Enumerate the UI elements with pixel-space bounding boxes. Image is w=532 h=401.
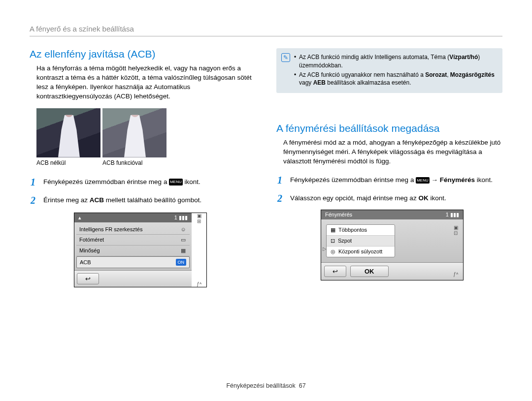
rs2-a: Válasszon egy opciót, majd érintse meg a…	[290, 194, 418, 202]
step1-text-a: Fényképezés üzemmódban érintse meg a	[43, 178, 169, 185]
quality-icon: ▦	[180, 247, 187, 254]
counter: 1	[174, 215, 177, 220]
row-label: Minőség	[79, 247, 100, 253]
step1-text-b: ikont.	[184, 178, 200, 185]
camera-topbar: Fénymérés 1 ▮▮▮	[321, 210, 463, 219]
step2-text-a: Érintse meg az	[43, 196, 90, 204]
right-step-2: 2 Válasszon egy opciót, majd érintse meg…	[276, 191, 502, 206]
note-line-1: Az ACB funkció mindig aktív Intelligens …	[294, 53, 497, 70]
row-label: Fotóméret	[79, 237, 104, 243]
page-header: A fényerő és a színek beállítása	[30, 25, 502, 36]
camera-bottombar: ↩ OK	[321, 262, 463, 280]
camera-ui-acb: ▴ 1 ▮▮▮ Intelligens FR szerkesztés ☺ Fot…	[74, 213, 207, 287]
menu-icon: MENU	[416, 177, 430, 184]
step-number: 2	[31, 193, 39, 208]
battery-icon: ▮▮▮	[179, 215, 188, 220]
multi-icon: ▦	[331, 227, 335, 233]
opt-label: Központi súlyozott	[338, 248, 382, 254]
option-center[interactable]: ◎ Központi súlyozott	[327, 247, 395, 257]
opt-label: Szpot	[338, 238, 352, 244]
metering-description: A fénymérési mód az a mód, ahogyan a fén…	[276, 138, 502, 166]
flash-icon: ƒᴬ	[453, 272, 458, 277]
note-line-2: Az ACB funkció ugyanakkor nem használhat…	[294, 71, 497, 88]
right-step-1: 1 Fényképezés üzemmódban érintse meg a M…	[276, 173, 502, 187]
mode-icon: ▣	[197, 213, 201, 218]
page-footer: Fényképezési beállítások 67	[0, 382, 532, 389]
rs2-b: ikont.	[430, 194, 446, 202]
left-step-1: 1 Fényképezés üzemmódban érintse meg a M…	[30, 175, 256, 189]
row-label: Intelligens FR szerkesztés	[79, 226, 142, 232]
up-arrow-icon: ▴	[78, 215, 81, 221]
left-step-2: 2 Érintse meg az ACB mellett található b…	[30, 193, 256, 208]
size-icon: ▭	[180, 237, 187, 243]
list-item[interactable]: Minőség ▦	[76, 246, 190, 256]
flash-icon: ƒᴬ	[197, 281, 201, 287]
menu-icon: MENU	[169, 179, 183, 185]
back-button[interactable]: ↩	[324, 266, 346, 277]
camera-bottombar: ↩	[74, 270, 192, 287]
spot-icon: ⊡	[331, 238, 335, 244]
right-column: ✎ Az ACB funkció mindig aktív Intelligen…	[276, 48, 502, 287]
ok-label: OK	[418, 194, 428, 202]
info-note: ✎ Az ACB funkció mindig aktív Intelligen…	[276, 48, 502, 93]
rs1-bold: Fénymérés	[440, 176, 475, 184]
section-title-metering: A fénymérési beállítások megadása	[276, 123, 502, 134]
img-icon: ⊞	[197, 218, 201, 224]
step2-text-b: mellett található beállító gombot.	[106, 196, 201, 204]
metering-options: ▦ Többpontos ⊡ Szpot ◎ Központi súlyozot…	[326, 224, 395, 257]
face-icon: ☺	[180, 226, 187, 232]
on-toggle[interactable]: ON	[176, 259, 187, 266]
caption-without-acb: ACB nélkül	[36, 159, 100, 166]
caption-with-acb: ACB funkcióval	[102, 159, 166, 166]
step-number: 1	[31, 175, 39, 189]
list-item[interactable]: Fotóméret ▭	[76, 235, 190, 246]
screen-title: Fénymérés	[325, 212, 352, 217]
opt-label: Többpontos	[338, 227, 367, 233]
selection-arrow-icon: ▷	[323, 246, 327, 251]
page-number: 67	[299, 382, 306, 389]
camera-ui-metering: Fénymérés 1 ▮▮▮ ▷ ▦ Többpontos ⊡ Szpot ◎	[321, 210, 464, 280]
rs1-b: ikont.	[477, 176, 493, 184]
step2-bold: ACB	[90, 196, 104, 204]
back-button[interactable]: ↩	[77, 273, 99, 284]
option-spot[interactable]: ⊡ Szpot	[327, 236, 395, 247]
center-icon: ◎	[331, 248, 335, 255]
list-item[interactable]: Intelligens FR szerkesztés ☺	[76, 224, 190, 235]
mode-icon: ▣	[454, 225, 458, 230]
camera-side-icons: ▣ ⊞ ƒᴬ	[192, 213, 206, 287]
option-multi[interactable]: ▦ Többpontos	[327, 225, 395, 236]
section-title-acb: Az ellenfény javítása (ACB)	[30, 48, 256, 60]
battery-icon: ▮▮▮	[450, 212, 459, 217]
left-column: Az ellenfény javítása (ACB) Ha a fényfor…	[30, 48, 256, 287]
step-number: 2	[277, 191, 286, 206]
footer-section: Fényképezési beállítások	[226, 382, 295, 389]
comparison-photos	[30, 108, 256, 157]
ok-button[interactable]: OK	[350, 266, 389, 277]
acb-description: Ha a fényforrás a téma mögött helyezkedi…	[30, 64, 256, 101]
spot-side-icon: ⊡	[454, 230, 458, 236]
two-column-layout: Az ellenfény javítása (ACB) Ha a fényfor…	[30, 48, 502, 287]
photo-captions: ACB nélkül ACB funkcióval	[30, 159, 256, 166]
row-label: ACB	[80, 259, 91, 265]
rs1-a: Fényképezés üzemmódban érintse meg a	[290, 176, 416, 184]
settings-list: Intelligens FR szerkesztés ☺ Fotóméret ▭…	[74, 222, 192, 270]
photo-with-acb	[102, 108, 166, 157]
list-item-acb[interactable]: ACB ON	[76, 256, 190, 268]
step-number: 1	[277, 173, 286, 187]
note-icon: ✎	[281, 53, 290, 62]
camera-side-icons: ▣ ⊡ ƒᴬ	[451, 225, 460, 277]
camera-topbar: ▴ 1 ▮▮▮	[74, 213, 192, 222]
rs1-arrow: →	[431, 176, 439, 184]
counter: 1	[446, 212, 449, 217]
photo-without-acb	[36, 108, 100, 157]
